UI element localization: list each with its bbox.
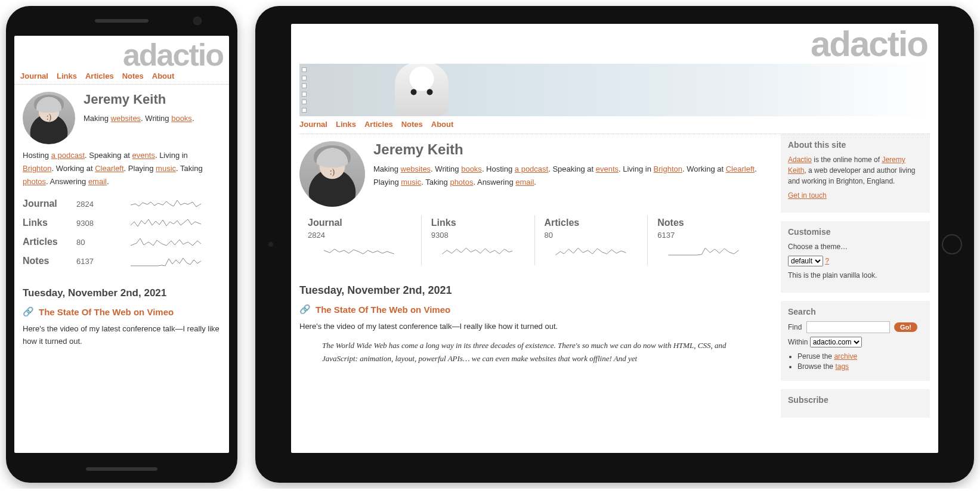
- stat-value-links: 9308: [431, 231, 525, 240]
- bio-link-brighton[interactable]: Brighton: [23, 164, 51, 173]
- stat-value-journal: 2824: [308, 231, 412, 240]
- sidebar-subscribe-heading: Subscribe: [788, 395, 923, 405]
- post-extended: The World Wide Web has come a long way i…: [322, 339, 760, 365]
- author-bio-cont: Hosting a podcast Speaking at events Liv…: [14, 149, 229, 193]
- author-bio: Making websites Writing books: [84, 112, 194, 125]
- stat-label-articles[interactable]: Articles: [23, 237, 76, 247]
- bio-link-websites[interactable]: websites: [401, 164, 431, 173]
- sparkline-links: [112, 216, 221, 230]
- author-avatar[interactable]: [299, 141, 365, 207]
- header-banner: [299, 64, 930, 116]
- sparkline-notes: [112, 254, 221, 268]
- bio-link-photos[interactable]: photos: [450, 178, 473, 187]
- nav-journal[interactable]: Journal: [299, 120, 327, 129]
- bio-link-podcast[interactable]: a podcast: [515, 164, 548, 173]
- stat-label-journal[interactable]: Journal: [308, 218, 412, 228]
- search-within-select[interactable]: adactio.com: [810, 337, 862, 347]
- search-input[interactable]: [806, 321, 890, 333]
- post-date: Tuesday, November 2nd, 2021: [299, 284, 760, 297]
- phone-frame: adactio Journal Links Articles Notes Abo…: [6, 6, 237, 483]
- nav-about[interactable]: About: [152, 72, 175, 80]
- bio-link-photos[interactable]: photos: [23, 177, 46, 186]
- bio-link-email[interactable]: email: [88, 177, 107, 186]
- tablet-frame: adactio Journal Links Articles Notes Abo…: [255, 6, 974, 483]
- bio-link-books[interactable]: books: [171, 114, 192, 123]
- stat-value-notes: 6137: [76, 257, 112, 266]
- header-image: [395, 64, 449, 116]
- bio-link-events[interactable]: events: [596, 164, 619, 173]
- stat-label-links[interactable]: Links: [431, 218, 525, 228]
- author-name: Jeremy Keith: [373, 141, 769, 158]
- customise-note: This is the plain vanilla look.: [788, 270, 923, 281]
- bio-link-books[interactable]: books: [461, 164, 482, 173]
- stats-grid: Journal 2824 Links 9308 Articles 80: [299, 212, 769, 271]
- nav-links[interactable]: Links: [57, 72, 77, 80]
- sparkline-notes: [657, 243, 751, 257]
- site-logo[interactable]: adactio: [14, 36, 229, 68]
- customise-help-link[interactable]: ?: [825, 257, 829, 265]
- author-avatar[interactable]: [23, 92, 75, 144]
- phone-screen: adactio Journal Links Articles Notes Abo…: [14, 36, 229, 453]
- bio-link-events[interactable]: events: [132, 151, 155, 160]
- sparkline-articles: [545, 243, 638, 257]
- stat-label-articles[interactable]: Articles: [545, 218, 638, 228]
- search-tags-item: Browse the tags: [797, 362, 923, 371]
- bio-link-music[interactable]: music: [156, 164, 176, 173]
- sidebar-search-heading: Search: [788, 307, 923, 316]
- search-find-label: Find: [788, 323, 802, 331]
- tablet-home-button[interactable]: [942, 234, 962, 254]
- stats-grid: Journal 2824 Links 9308 Articles 80 Note…: [14, 193, 229, 274]
- bio-link-brighton[interactable]: Brighton: [654, 164, 682, 173]
- post-title[interactable]: 🔗 The State Of The Web on Vimeo: [23, 306, 221, 317]
- sidebar-customise: Customise Choose a theme… default ? This…: [781, 221, 930, 293]
- post-title[interactable]: 🔗 The State Of The Web on Vimeo: [299, 304, 760, 315]
- search-go-button[interactable]: Go!: [894, 322, 917, 332]
- permalink-icon[interactable]: 🔗: [299, 304, 311, 315]
- search-archive-link[interactable]: archive: [834, 352, 857, 361]
- main-nav: Journal Links Articles Notes About: [299, 116, 930, 134]
- nav-journal[interactable]: Journal: [20, 72, 48, 80]
- bio-link-websites[interactable]: websites: [111, 114, 141, 123]
- nav-links[interactable]: Links: [336, 120, 356, 129]
- stat-value-links: 9308: [76, 219, 112, 228]
- customise-label: Choose a theme…: [788, 241, 923, 252]
- nav-about[interactable]: About: [431, 120, 454, 129]
- sparkline-links: [431, 243, 525, 257]
- stat-value-notes: 6137: [657, 231, 751, 240]
- stat-label-links[interactable]: Links: [23, 218, 76, 228]
- search-tags-link[interactable]: tags: [835, 362, 849, 371]
- sidebar: About this site Adactio is the online ho…: [781, 134, 930, 426]
- nav-notes[interactable]: Notes: [122, 72, 144, 80]
- about-link-contact[interactable]: Get in touch: [788, 191, 827, 200]
- bio-link-podcast[interactable]: a podcast: [51, 151, 85, 160]
- stat-label-notes[interactable]: Notes: [23, 256, 76, 266]
- sidebar-about: About this site Adactio is the online ho…: [781, 134, 930, 213]
- bio-link-email[interactable]: email: [515, 178, 534, 187]
- post-date: Tuesday, November 2nd, 2021: [23, 287, 221, 299]
- sidebar-subscribe: Subscribe: [781, 389, 930, 418]
- author-name: Jeremy Keith: [84, 92, 194, 107]
- nav-articles[interactable]: Articles: [85, 72, 114, 80]
- nav-notes[interactable]: Notes: [401, 120, 423, 129]
- bio-link-music[interactable]: music: [401, 178, 421, 187]
- theme-select[interactable]: default: [788, 256, 823, 266]
- site-logo[interactable]: adactio: [291, 24, 938, 59]
- post-excerpt: Here's the video of my latest conference…: [23, 323, 221, 348]
- search-archive-item: Peruse the archive: [797, 352, 923, 361]
- about-link-adactio[interactable]: Adactio: [788, 156, 812, 164]
- search-within-label: Within: [788, 338, 808, 346]
- post-excerpt: Here's the video of my latest conference…: [299, 321, 760, 333]
- bio-link-clearleft[interactable]: Clearleft: [726, 164, 755, 173]
- bio-link-clearleft[interactable]: Clearleft: [95, 164, 123, 173]
- stat-label-notes[interactable]: Notes: [657, 218, 751, 228]
- sparkline-articles: [112, 235, 221, 249]
- tablet-screen: adactio Journal Links Articles Notes Abo…: [291, 24, 938, 453]
- sidebar-customise-heading: Customise: [788, 227, 923, 237]
- nav-articles[interactable]: Articles: [364, 120, 393, 129]
- author-bio: Making websites Writing books Hosting a …: [373, 163, 769, 189]
- sparkline-journal: [308, 243, 412, 257]
- stat-label-journal[interactable]: Journal: [23, 198, 76, 209]
- sidebar-about-heading: About this site: [788, 140, 923, 150]
- permalink-icon[interactable]: 🔗: [23, 306, 34, 317]
- sidebar-search: Search Find Go! Within adactio.com Perus…: [781, 301, 930, 381]
